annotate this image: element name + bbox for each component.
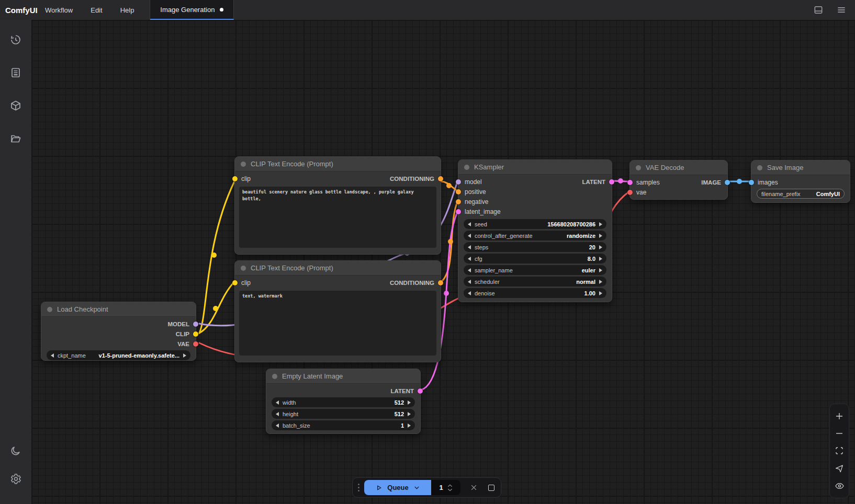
input-port-negative[interactable]	[456, 199, 461, 204]
increment-arrow-icon[interactable]	[599, 268, 602, 272]
widget-filename-prefix[interactable]: filename_prefix ComfyUI	[757, 189, 845, 199]
widget-cfg[interactable]: cfg 8.0	[464, 254, 606, 264]
input-port-clip[interactable]	[232, 176, 238, 181]
output-port-latent[interactable]	[418, 388, 423, 394]
widget-ckpt-name[interactable]: ckpt_name v1-5-pruned-emaonly.safete...	[47, 350, 190, 360]
node-vae-decode[interactable]: VAE Decode samples IMAGE vae	[629, 160, 728, 200]
node-ksampler[interactable]: KSampler model LATENT positive negative …	[458, 159, 612, 302]
node-clip-text-encode-positive[interactable]: CLIP Text Encode (Prompt) clip CONDITION…	[234, 156, 441, 255]
collapse-dot-icon[interactable]	[241, 162, 246, 167]
batch-count-spinner[interactable]: 1	[431, 480, 460, 495]
increment-arrow-icon[interactable]	[408, 412, 411, 416]
sidebar-item-settings[interactable]	[5, 468, 26, 489]
zoom-in-button[interactable]	[834, 410, 845, 422]
widget-width[interactable]: width 512	[272, 397, 415, 407]
output-port-model[interactable]	[193, 322, 198, 327]
toggle-visibility-button[interactable]	[834, 480, 845, 491]
stop-square-icon[interactable]	[488, 485, 494, 491]
sidebar-item-theme-toggle[interactable]	[5, 440, 26, 461]
input-port-positive[interactable]	[456, 189, 461, 194]
collapse-dot-icon[interactable]	[272, 374, 277, 379]
widget-seed[interactable]: seed 156680208700286	[464, 219, 606, 229]
decrement-arrow-icon[interactable]	[468, 245, 471, 249]
input-port-images[interactable]	[749, 180, 754, 185]
decrement-arrow-icon[interactable]	[468, 222, 471, 226]
increment-arrow-icon[interactable]	[183, 353, 186, 358]
node-header[interactable]: CLIP Text Encode (Prompt)	[235, 157, 441, 171]
decrement-arrow-icon[interactable]	[276, 412, 279, 416]
input-port-samples[interactable]	[627, 180, 633, 185]
node-header[interactable]: CLIP Text Encode (Prompt)	[235, 261, 441, 276]
sidebar-item-workflows[interactable]	[5, 128, 26, 149]
collapse-dot-icon[interactable]	[241, 266, 246, 271]
stepper-up-icon[interactable]	[447, 484, 453, 487]
tab-image-generation[interactable]: Image Generation	[150, 0, 234, 20]
node-clip-text-encode-negative[interactable]: CLIP Text Encode (Prompt) clip CONDITION…	[234, 260, 441, 362]
prompt-textarea[interactable]: text, watermark	[239, 291, 436, 356]
increment-arrow-icon[interactable]	[599, 245, 602, 249]
output-port-clip[interactable]	[193, 331, 198, 337]
collapse-dot-icon[interactable]	[47, 307, 52, 312]
decrement-arrow-icon[interactable]	[468, 280, 471, 284]
output-port-conditioning[interactable]	[438, 280, 443, 285]
node-header[interactable]: KSampler	[458, 160, 612, 175]
prompt-textarea[interactable]: beautiful scenery nature glass bottle la…	[239, 187, 436, 248]
widget-control-after-generate[interactable]: control_after_generate randomize	[464, 231, 606, 240]
widget-steps[interactable]: steps 20	[464, 242, 606, 252]
output-port-latent[interactable]	[609, 179, 614, 185]
sidebar-item-queue[interactable]	[5, 62, 26, 83]
sidebar-item-history[interactable]	[5, 29, 26, 50]
output-port-vae[interactable]	[193, 341, 198, 347]
sidebar-panel-icon[interactable]	[813, 5, 824, 15]
menu-workflow[interactable]: Workflow	[45, 6, 73, 14]
decrement-arrow-icon[interactable]	[276, 423, 279, 428]
hamburger-menu-icon[interactable]	[836, 5, 847, 15]
drag-handle-icon[interactable]	[358, 484, 359, 491]
pan-mode-button[interactable]	[834, 463, 845, 474]
sidebar-item-node-library[interactable]	[5, 95, 26, 116]
input-port-vae[interactable]	[627, 190, 633, 195]
output-port-conditioning[interactable]	[438, 176, 443, 181]
collapse-dot-icon[interactable]	[757, 165, 762, 170]
increment-arrow-icon[interactable]	[599, 291, 602, 295]
input-port-model[interactable]	[456, 179, 461, 185]
zoom-out-button[interactable]	[834, 428, 845, 439]
node-empty-latent-image[interactable]: Empty Latent Image LATENT width 512 heig…	[266, 369, 421, 434]
collapse-dot-icon[interactable]	[464, 165, 469, 170]
node-header[interactable]: VAE Decode	[630, 161, 727, 175]
queue-button[interactable]: Queue	[364, 480, 431, 495]
decrement-arrow-icon[interactable]	[468, 268, 471, 272]
increment-arrow-icon[interactable]	[599, 280, 602, 284]
collapse-dot-icon[interactable]	[636, 165, 641, 170]
node-save-image[interactable]: Save Image images filename_prefix ComfyU…	[751, 160, 850, 203]
widget-height[interactable]: height 512	[272, 409, 415, 419]
decrement-arrow-icon[interactable]	[468, 234, 471, 238]
node-load-checkpoint[interactable]: Load Checkpoint MODEL CLIP VAE ckpt_name…	[41, 302, 196, 361]
clear-x-icon[interactable]	[470, 484, 478, 491]
decrement-arrow-icon[interactable]	[51, 353, 54, 358]
stepper-down-icon[interactable]	[447, 488, 453, 491]
menu-edit[interactable]: Edit	[91, 6, 102, 14]
node-graph-canvas[interactable]: CLIP Text Encode (Prompt) clip CONDITION…	[31, 20, 855, 504]
widget-value: normal	[576, 279, 595, 285]
node-header[interactable]: Save Image	[751, 161, 850, 175]
widget-scheduler[interactable]: scheduler normal	[464, 277, 606, 287]
widget-sampler-name[interactable]: sampler_name euler	[464, 265, 606, 275]
increment-arrow-icon[interactable]	[599, 257, 602, 261]
decrement-arrow-icon[interactable]	[468, 291, 471, 295]
decrement-arrow-icon[interactable]	[468, 257, 471, 261]
widget-denoise[interactable]: denoise 1.00	[464, 288, 606, 298]
node-header[interactable]: Load Checkpoint	[41, 302, 196, 317]
widget-batch-size[interactable]: batch_size 1	[272, 420, 415, 430]
increment-arrow-icon[interactable]	[408, 400, 411, 405]
increment-arrow-icon[interactable]	[408, 423, 411, 428]
output-port-image[interactable]	[725, 180, 730, 185]
increment-arrow-icon[interactable]	[599, 222, 602, 226]
fit-view-button[interactable]	[834, 445, 845, 456]
decrement-arrow-icon[interactable]	[276, 400, 279, 405]
menu-help[interactable]: Help	[120, 6, 134, 14]
input-port-latent-image[interactable]	[456, 209, 461, 214]
increment-arrow-icon[interactable]	[599, 234, 602, 238]
input-port-clip[interactable]	[232, 280, 238, 285]
node-header[interactable]: Empty Latent Image	[266, 369, 420, 384]
